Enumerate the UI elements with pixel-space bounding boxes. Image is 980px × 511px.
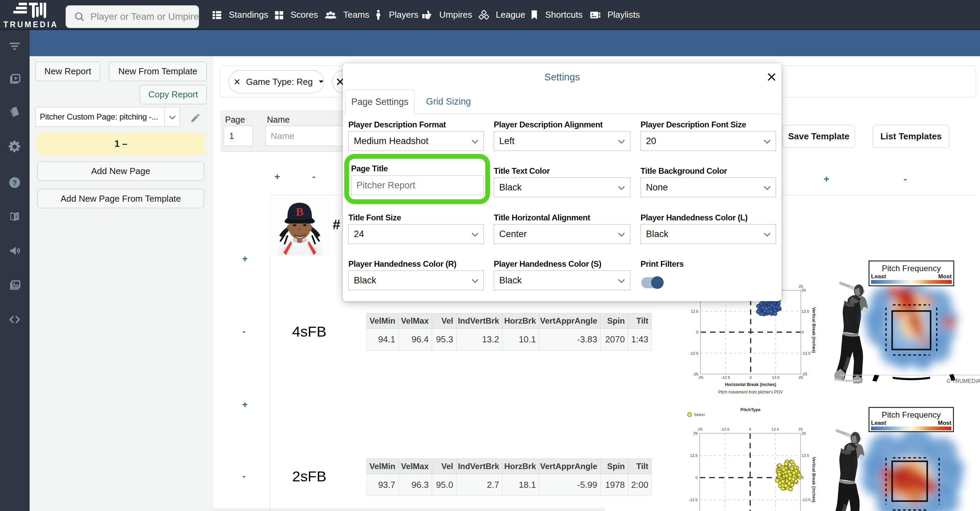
svg-text:Pitch Frequency: Pitch Frequency — [882, 264, 941, 273]
svg-text:0: 0 — [696, 330, 698, 334]
svg-text:?: ? — [12, 178, 17, 187]
svg-text:Vertical Break (inches): Vertical Break (inches) — [811, 307, 816, 353]
svg-text:-12.5: -12.5 — [802, 498, 810, 502]
svg-text:25: 25 — [693, 431, 698, 435]
svg-text:0: 0 — [802, 330, 803, 334]
svg-text:0: 0 — [749, 376, 751, 379]
svg-text:Least: Least — [871, 420, 886, 426]
svg-text:12.5: 12.5 — [772, 376, 780, 379]
svg-text:25: 25 — [799, 376, 803, 379]
svg-text:PitchType: PitchType — [741, 408, 761, 412]
svg-text:12.5: 12.5 — [690, 454, 698, 457]
svg-text:12.5: 12.5 — [802, 309, 809, 314]
svg-text:25: 25 — [802, 431, 806, 435]
svg-text:-12.5: -12.5 — [802, 351, 810, 355]
svg-text:-12.5: -12.5 — [721, 427, 729, 431]
svg-text:-12.5: -12.5 — [721, 376, 730, 379]
svg-text:-12.5: -12.5 — [690, 351, 698, 355]
svg-text:Most: Most — [938, 273, 952, 280]
svg-text:0: 0 — [696, 476, 698, 480]
svg-text:Pitch Frequency: Pitch Frequency — [881, 410, 940, 419]
svg-text:25: 25 — [802, 288, 806, 292]
svg-text:0: 0 — [749, 427, 751, 431]
svg-text:-25: -25 — [697, 427, 703, 431]
svg-text:12.5: 12.5 — [772, 427, 779, 431]
svg-text:© TRUMEDIA 2024: © TRUMEDIA 2024 — [947, 378, 980, 384]
svg-text:Most: Most — [938, 420, 951, 426]
svg-text:25: 25 — [799, 427, 803, 431]
svg-text:-25: -25 — [698, 376, 703, 379]
svg-text:TRUMEDIA: TRUMEDIA — [3, 20, 58, 29]
svg-text:Pitch movement from pitcher's: Pitch movement from pitcher's POV — [718, 390, 783, 395]
svg-text:Least: Least — [871, 273, 886, 280]
svg-text:12.5: 12.5 — [802, 454, 809, 457]
svg-text:Vertical Break (inches): Vertical Break (inches) — [811, 457, 816, 503]
svg-text:12.5: 12.5 — [691, 309, 698, 314]
svg-text:Sinker: Sinker — [694, 412, 705, 417]
svg-text:-12.5: -12.5 — [689, 498, 698, 502]
svg-text:Horizontal Break (inches): Horizontal Break (inches) — [725, 382, 776, 387]
svg-text:25: 25 — [799, 285, 803, 288]
